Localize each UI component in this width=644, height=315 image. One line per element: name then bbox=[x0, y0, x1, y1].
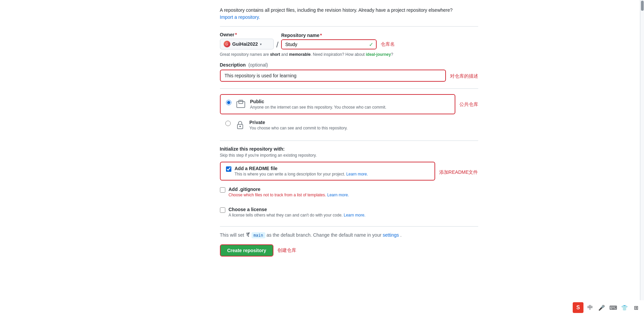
license-description: A license tells others what they can and… bbox=[229, 213, 366, 218]
shirt-icon[interactable]: 👕 bbox=[620, 303, 629, 312]
license-label: Choose a license bbox=[229, 207, 366, 212]
private-visibility-row: Private You choose who can see and commi… bbox=[220, 115, 478, 135]
readme-label: Add a README file bbox=[235, 166, 368, 171]
create-repository-button[interactable]: Create repository bbox=[221, 245, 273, 256]
svg-point-4 bbox=[239, 126, 241, 127]
svg-rect-2 bbox=[240, 100, 242, 102]
repo-name-input-container: ✓ bbox=[281, 39, 377, 49]
repo-name-inner: ✓ bbox=[282, 40, 376, 49]
public-radio[interactable] bbox=[226, 100, 231, 105]
repo-hint-text: Great repository names are short and mem… bbox=[220, 52, 478, 57]
public-text: Public Anyone on the internet can see th… bbox=[250, 99, 386, 110]
gitignore-text: Add .gitignore Choose which files not to… bbox=[229, 187, 349, 197]
license-learn-more[interactable]: Learn more. bbox=[344, 213, 366, 218]
description-label: Description (optional) bbox=[220, 62, 478, 68]
public-icon bbox=[235, 99, 246, 110]
suggestion-link[interactable]: ideal-journey bbox=[366, 52, 391, 57]
private-option[interactable]: Private You choose who can see and commi… bbox=[220, 115, 462, 134]
chevron-down-icon: ▾ bbox=[260, 42, 262, 46]
readme-description: This is where you can write a long descr… bbox=[235, 172, 368, 176]
scrollbar[interactable] bbox=[640, 0, 644, 315]
scrollbar-thumb[interactable] bbox=[641, 1, 644, 11]
init-section: Initialize this repository with: Skip th… bbox=[220, 146, 478, 221]
readme-row: Add a README file This is where you can … bbox=[220, 162, 478, 183]
gitignore-checkbox[interactable] bbox=[220, 187, 225, 193]
license-text: Choose a license A license tells others … bbox=[229, 207, 366, 218]
settings-link[interactable]: settings bbox=[383, 232, 399, 238]
owner-name: GuiHai2022 bbox=[232, 41, 258, 47]
description-section: Description (optional) 对仓库的描述 bbox=[220, 62, 478, 83]
grid-icon[interactable]: ⊞ bbox=[631, 303, 641, 312]
slash-separator: / bbox=[276, 41, 279, 49]
gitignore-option: Add .gitignore Choose which files not to… bbox=[220, 183, 478, 201]
repo-name-input[interactable] bbox=[282, 40, 376, 49]
description-row: 对仓库的描述 bbox=[220, 70, 478, 83]
gitignore-learn-more[interactable]: Learn more. bbox=[327, 193, 349, 197]
owner-field-group: Owner* G GuiHai2022 ▾ bbox=[220, 32, 274, 49]
lock-icon bbox=[235, 120, 245, 130]
repo-name-label: Repository name* bbox=[281, 33, 395, 38]
chinese-input-icon[interactable]: 中 bbox=[585, 303, 595, 312]
public-svg-icon bbox=[235, 99, 246, 110]
divider-init bbox=[220, 141, 478, 141]
branch-name: main bbox=[252, 232, 265, 238]
svg-rect-0 bbox=[237, 102, 245, 108]
init-skip-text: Skip this step if you're importing an ex… bbox=[220, 153, 478, 158]
branch-icon bbox=[245, 232, 250, 237]
create-button-wrapper: Create repository bbox=[220, 244, 274, 257]
description-input[interactable] bbox=[221, 70, 445, 81]
divider-top bbox=[220, 26, 478, 27]
top-description: A repository contains all project files,… bbox=[220, 7, 478, 21]
readme-text: Add a README file This is where you can … bbox=[235, 166, 368, 176]
description-annotation: 对仓库的描述 bbox=[450, 73, 478, 79]
license-option: Choose a license A license tells others … bbox=[220, 203, 478, 221]
taskbar-bottom: S 中 🎤 ⌨ 👕 ⊞ bbox=[569, 300, 644, 315]
owner-avatar: G bbox=[224, 41, 230, 47]
owner-repo-section: Owner* G GuiHai2022 ▾ / Repository name* bbox=[220, 32, 478, 57]
readme-option[interactable]: Add a README file This is where you can … bbox=[220, 162, 435, 181]
repo-name-field-group: Repository name* ✓ 仓库名 bbox=[281, 33, 395, 49]
public-description: Anyone on the internet can see this repo… bbox=[250, 105, 386, 110]
repo-name-annotation: 仓库名 bbox=[381, 41, 395, 47]
readme-learn-more[interactable]: Learn more. bbox=[346, 172, 368, 176]
private-text: Private You choose who can see and commi… bbox=[250, 120, 348, 130]
public-label: Public bbox=[250, 99, 386, 104]
repo-required: * bbox=[320, 33, 322, 38]
owner-required: * bbox=[235, 32, 237, 37]
hint-memorable: memorable bbox=[289, 52, 311, 57]
divider-branch bbox=[220, 226, 478, 227]
description-optional: (optional) bbox=[248, 62, 268, 68]
hint-short: short bbox=[270, 52, 280, 57]
public-annotation: 公共仓库 bbox=[459, 102, 478, 108]
readme-checkbox[interactable] bbox=[226, 166, 231, 172]
owner-repo-row: Owner* G GuiHai2022 ▾ / Repository name* bbox=[220, 32, 478, 49]
owner-dropdown[interactable]: G GuiHai2022 ▾ bbox=[220, 39, 274, 49]
git-branch-icon bbox=[245, 232, 250, 237]
public-visibility-row: Public Anyone on the internet can see th… bbox=[220, 94, 478, 115]
description-input-container bbox=[220, 70, 446, 82]
sogou-icon[interactable]: S bbox=[573, 302, 583, 313]
mic-icon[interactable]: 🎤 bbox=[597, 303, 606, 312]
gitignore-description: Choose which files not to track from a l… bbox=[229, 193, 349, 197]
init-title: Initialize this repository with: bbox=[220, 146, 478, 152]
divider-visibility bbox=[220, 88, 478, 89]
private-icon bbox=[235, 120, 245, 130]
create-annotation: 创建仓库 bbox=[277, 247, 296, 253]
check-icon: ✓ bbox=[369, 41, 373, 48]
private-radio[interactable] bbox=[225, 121, 231, 126]
private-description: You choose who can see and commit to thi… bbox=[250, 126, 348, 130]
default-branch-text: This will set main as the default branch… bbox=[220, 232, 478, 238]
public-option[interactable]: Public Anyone on the internet can see th… bbox=[220, 94, 455, 114]
private-label: Private bbox=[250, 120, 348, 125]
readme-annotation: 添加README文件 bbox=[439, 169, 478, 175]
visibility-section: Public Anyone on the internet can see th… bbox=[220, 94, 478, 135]
import-link[interactable]: Import a repository. bbox=[220, 14, 260, 20]
repo-name-input-row: ✓ 仓库名 bbox=[281, 39, 395, 49]
owner-label: Owner* bbox=[220, 32, 274, 37]
create-section: Create repository 创建仓库 bbox=[220, 244, 478, 257]
keyboard-icon[interactable]: ⌨ bbox=[608, 303, 618, 312]
license-checkbox[interactable] bbox=[220, 207, 225, 213]
gitignore-label: Add .gitignore bbox=[229, 187, 349, 192]
